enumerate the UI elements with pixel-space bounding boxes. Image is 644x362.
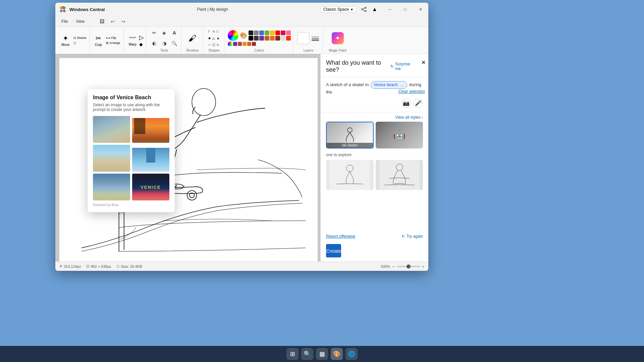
color-pink[interactable]	[281, 31, 285, 35]
theme-selector[interactable]: Classic Space ▼	[320, 6, 357, 13]
chevron-icon: ›	[422, 115, 423, 120]
color-blue[interactable]	[259, 31, 264, 35]
redo-button[interactable]: ↪	[119, 17, 128, 26]
select-button[interactable]: ◈	[160, 28, 169, 38]
fill-button[interactable]: ◐	[150, 39, 159, 48]
beach-image-2[interactable]	[132, 116, 169, 143]
line-shape[interactable]: /	[208, 29, 212, 33]
zoom-tool-button[interactable]: 🔍	[170, 39, 179, 48]
warp-button[interactable]: 〰 Warp	[127, 33, 138, 48]
panel-close-button[interactable]: ✕	[421, 59, 426, 66]
move-button[interactable]: ✦ Move	[60, 33, 71, 48]
zoom-in-button[interactable]: +	[422, 264, 424, 268]
zoom-controls: 100% ─ +	[381, 264, 424, 268]
palette-icon[interactable]: 🎨	[240, 32, 247, 39]
layers-stack-icon[interactable]	[311, 34, 320, 43]
color-darkgray[interactable]	[254, 36, 259, 41]
flip-button[interactable]: ⟷ Flip	[105, 36, 121, 40]
maximize-button[interactable]: □	[397, 4, 413, 15]
thumb-2[interactable]	[376, 160, 423, 190]
color-gray[interactable]	[254, 31, 259, 35]
pentagon-shape[interactable]: ⬠	[212, 43, 216, 47]
color-green[interactable]	[265, 31, 269, 35]
share-icon[interactable]	[359, 5, 369, 14]
color-orange[interactable]	[270, 36, 275, 41]
mic-icon[interactable]: 🎤	[414, 99, 423, 108]
undo-button[interactable]: ↩	[108, 17, 117, 26]
taskbar-widgets[interactable]: ▦	[316, 348, 328, 360]
fill-tri[interactable]: ▲	[216, 36, 220, 40]
color-lightpink[interactable]	[286, 31, 291, 35]
beach-image-3[interactable]	[93, 145, 130, 172]
clear-selection-button[interactable]: Clear selection	[398, 89, 425, 94]
shapes-group: / ∿ □ ■ △ ▲ ○ ⬠ ✩ Shapes	[204, 28, 224, 52]
camera-icon[interactable]: 📷	[401, 99, 411, 108]
fill-rect[interactable]: ■	[208, 36, 212, 40]
file-size: ◻ Size: 20.4KB	[116, 264, 142, 268]
style-card-robot[interactable]: 🤖	[376, 122, 423, 148]
color-red[interactable]	[275, 31, 280, 35]
report-button[interactable]: Report offensive	[326, 234, 355, 239]
crop-button[interactable]: ✂ Crop	[93, 33, 103, 48]
color-orange2[interactable]	[286, 36, 291, 41]
zoom-out-button[interactable]: ─	[392, 264, 395, 268]
swatch-terra[interactable]	[247, 42, 251, 46]
rotate-button[interactable]: ◻	[72, 41, 88, 45]
thumb-1[interactable]	[326, 160, 374, 190]
magic-paint-button[interactable]: ✦	[332, 32, 344, 44]
try-again-button[interactable]: ↻ Try again	[401, 234, 423, 239]
text-button[interactable]: A	[170, 28, 179, 38]
color-brown[interactable]	[265, 36, 269, 41]
diamond-button[interactable]: ◆	[139, 42, 144, 47]
taskbar-search[interactable]: 🔍	[301, 348, 313, 360]
beach-image-5[interactable]	[93, 174, 130, 200]
close-button[interactable]: ✕	[413, 4, 428, 15]
play-button[interactable]: ▷	[139, 34, 144, 41]
beach-image-6[interactable]: VENICE	[132, 174, 169, 200]
swatch-brick[interactable]	[252, 42, 256, 46]
create-button[interactable]: Create	[326, 244, 341, 257]
rect-shape[interactable]: □	[216, 29, 220, 33]
color-wheel[interactable]	[228, 30, 238, 41]
taskbar-paint[interactable]: 🎨	[331, 348, 343, 360]
expand-icon[interactable]: ▲	[370, 5, 379, 14]
surprise-me-button[interactable]: ↻ Surprise me	[390, 62, 415, 71]
taskbar-edge[interactable]: 🌐	[345, 348, 358, 360]
triangle-shape[interactable]: △	[212, 36, 216, 40]
color-black2[interactable]	[249, 36, 253, 41]
circle-shape[interactable]: ○	[208, 43, 212, 47]
menu-file[interactable]: File	[58, 18, 71, 25]
color-darkred[interactable]	[275, 36, 280, 41]
canvas-dimensions: ⊡ 962 × 635px	[86, 264, 111, 268]
resize-button[interactable]: ⊡ Resize	[72, 36, 88, 40]
brush-button[interactable]: 🖌	[189, 34, 197, 43]
zoom-slider[interactable]	[397, 266, 420, 267]
beach-image-1[interactable]	[93, 116, 130, 143]
minimize-button[interactable]: ─	[382, 4, 397, 15]
swatch-amber[interactable]	[243, 42, 247, 46]
theme-dropdown-icon: ▼	[350, 8, 354, 11]
curve-shape[interactable]: ∿	[212, 29, 216, 33]
swatch-wine[interactable]	[238, 42, 242, 46]
style-card-ink-sketch[interactable]: Ink Sketch	[326, 122, 374, 148]
view-all-styles-button[interactable]: View all styles ›	[395, 115, 423, 120]
ink-sketch-label: Ink Sketch	[327, 143, 373, 148]
color-purple[interactable]	[259, 36, 264, 41]
taskbar-start[interactable]: ⊞	[286, 348, 299, 360]
color-lightgray[interactable]	[281, 36, 285, 41]
layers-swatch[interactable]	[297, 32, 309, 44]
svg-point-12	[187, 191, 197, 200]
panel-title: What do you want to see?	[326, 59, 390, 73]
color-black[interactable]	[249, 31, 253, 35]
beach-image-4[interactable]	[132, 145, 169, 172]
star-shape[interactable]: ✩	[216, 43, 220, 47]
prompt-tag[interactable]: Venice beach …	[371, 81, 407, 89]
pencil-button[interactable]: ✏	[150, 28, 159, 38]
image-icon[interactable]: 🖼	[97, 17, 107, 26]
menu-view[interactable]: View	[72, 18, 88, 25]
swatch-purple[interactable]	[233, 42, 237, 46]
color-yellow[interactable]	[270, 31, 275, 35]
color-circle[interactable]	[228, 42, 232, 46]
eraser-button[interactable]: ◑	[160, 39, 169, 48]
arrange-button[interactable]: ⊞ Arrange	[105, 41, 121, 45]
